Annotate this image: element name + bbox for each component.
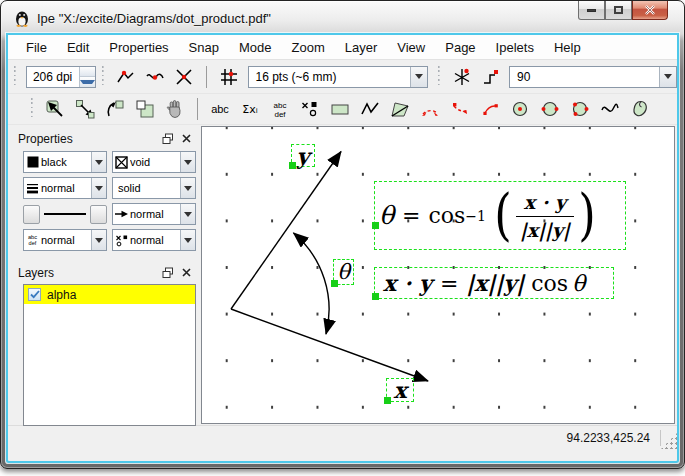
rectangle-mode-button[interactable] (328, 97, 352, 121)
dash-style-dropdown-button[interactable] (180, 178, 195, 198)
vertex-snap-icon (115, 66, 137, 88)
menu-ipelets[interactable]: Ipelets (486, 37, 544, 58)
circle-three-points-mode-button[interactable] (568, 97, 592, 121)
layers-close-button[interactable] (179, 266, 194, 280)
menu-edit[interactable]: Edit (57, 37, 99, 58)
label-mode-button[interactable]: abc (208, 97, 232, 121)
arrow-type-combo[interactable]: normal (112, 203, 196, 225)
properties-panel-title: Properties (18, 132, 73, 146)
menu-file[interactable]: File (16, 37, 57, 58)
text-style-combo[interactable]: abc def normal (23, 229, 107, 251)
rotate-mode-button[interactable] (103, 97, 127, 121)
properties-panel-titlebar[interactable]: Properties (10, 128, 198, 149)
circle-diameter-mode-button[interactable] (538, 97, 562, 121)
angle-arc-arrow[interactable] (294, 233, 330, 334)
selection-handle[interactable] (372, 222, 379, 229)
pen-width-dropdown-button[interactable] (91, 178, 106, 198)
paragraph-mode-button[interactable]: abc def (268, 97, 292, 121)
menu-snap[interactable]: Snap (179, 37, 229, 58)
angle-dropdown-button[interactable] (659, 67, 676, 87)
text-style-icon: abc def (24, 233, 41, 247)
layers-list[interactable]: alpha (23, 284, 196, 426)
marks-mode-button[interactable] (298, 97, 322, 121)
menu-mode[interactable]: Mode (229, 37, 282, 58)
angle-snap-button[interactable] (450, 65, 473, 89)
boundary-snap-button[interactable] (143, 65, 166, 89)
menu-help[interactable]: Help (544, 37, 591, 58)
splinegon-mode-button[interactable] (628, 97, 652, 121)
pen-width-combo[interactable]: normal (23, 177, 107, 199)
intersection-snap-button[interactable] (173, 65, 196, 89)
menubar: File Edit Properties Snap Mode Zoom Laye… (8, 35, 677, 60)
angle-combo[interactable]: 90 (509, 66, 677, 88)
selection-handle[interactable] (372, 293, 379, 300)
vertex-snap-button[interactable] (114, 65, 137, 89)
resolution-spinbox[interactable]: 206 dpi (26, 66, 96, 88)
selection-handle[interactable] (289, 162, 296, 169)
menu-zoom[interactable]: Zoom (282, 37, 335, 58)
label-y-object[interactable]: y (291, 144, 315, 167)
circle-center-radius-mode-button[interactable] (508, 97, 532, 121)
drawing-canvas[interactable]: y θ x θ = cos −1 (201, 126, 675, 424)
properties-float-button[interactable] (160, 132, 175, 146)
formula-arccos-object[interactable]: θ = cos −1 ( x · y |x||y| ) (374, 181, 626, 250)
arc-three-points-mode-button[interactable] (418, 97, 442, 121)
pan-mode-button[interactable] (163, 97, 187, 121)
polygon-mode-button[interactable] (388, 97, 412, 121)
toolbar-drag-handle[interactable] (437, 66, 442, 88)
layer-row-alpha[interactable]: alpha (24, 285, 195, 304)
menu-layer[interactable]: Layer (335, 37, 388, 58)
properties-close-button[interactable] (179, 132, 194, 146)
reverse-arrow-toggle-button[interactable] (23, 205, 40, 224)
fill-type-value: void (130, 156, 180, 168)
layers-panel-titlebar[interactable]: Layers (10, 262, 198, 283)
fill-type-combo[interactable]: void (112, 151, 196, 173)
arc-center-mode-button[interactable] (478, 97, 502, 121)
maximize-button[interactable] (605, 1, 632, 20)
toolbar-drag-handle[interactable] (101, 66, 106, 88)
label-theta-object[interactable]: θ (333, 259, 354, 285)
grid-size-dropdown-button[interactable] (410, 67, 427, 87)
fill-type-dropdown-button[interactable] (180, 152, 195, 172)
minimize-button[interactable] (578, 1, 605, 20)
mark-shape-dropdown-button[interactable] (180, 230, 195, 250)
menu-properties[interactable]: Properties (99, 37, 178, 58)
pan-hand-icon (164, 98, 186, 120)
toolbar-drag-handle[interactable] (13, 66, 18, 88)
label-x-object[interactable]: x (386, 378, 414, 402)
selection-handle[interactable] (384, 397, 391, 404)
resolution-spinner (79, 67, 95, 87)
layers-float-button[interactable] (160, 266, 175, 280)
vector-x-arrow[interactable] (231, 309, 428, 381)
grid-snap-button[interactable] (217, 65, 240, 89)
polyline-mode-button[interactable] (358, 97, 382, 121)
vector-y-arrow[interactable] (231, 152, 341, 310)
stroke-color-dropdown-button[interactable] (91, 152, 106, 172)
arc-start-tangent-mode-button[interactable] (448, 97, 472, 121)
menu-page[interactable]: Page (435, 37, 485, 58)
grid-size-combo[interactable]: 16 pts (~6 mm) (248, 66, 429, 88)
toolbar-drag-handle[interactable] (30, 98, 35, 120)
forward-arrow-toggle-button[interactable] (90, 205, 107, 224)
formula-dotproduct-object[interactable]: x · y = |x||y| cos θ (374, 267, 614, 299)
stroke-color-combo[interactable]: black (23, 151, 107, 173)
translate-mode-button[interactable] (73, 97, 97, 121)
text-style-dropdown-button[interactable] (91, 230, 106, 250)
layer-visibility-checkbox[interactable] (28, 288, 41, 301)
spin-up-button[interactable] (80, 67, 95, 78)
resize-grip[interactable] (661, 433, 677, 449)
close-button[interactable] (632, 1, 668, 20)
custom-angle-snap-button[interactable] (480, 65, 503, 89)
spline-mode-button[interactable] (598, 97, 622, 121)
mark-shape-combo[interactable]: normal (112, 229, 196, 251)
arrow-type-dropdown-button[interactable] (180, 204, 195, 224)
formula1-fraction: x · y |x||y| (516, 191, 574, 241)
select-mode-button[interactable] (43, 97, 67, 121)
menu-view[interactable]: View (387, 37, 435, 58)
dash-style-combo[interactable]: solid (112, 177, 196, 199)
stretch-mode-button[interactable] (133, 97, 157, 121)
selection-handle[interactable] (331, 280, 338, 287)
circle-center-radius-icon (509, 98, 531, 120)
spin-down-button[interactable] (80, 77, 95, 87)
math-mode-button[interactable]: Σxᵢ (238, 97, 262, 121)
